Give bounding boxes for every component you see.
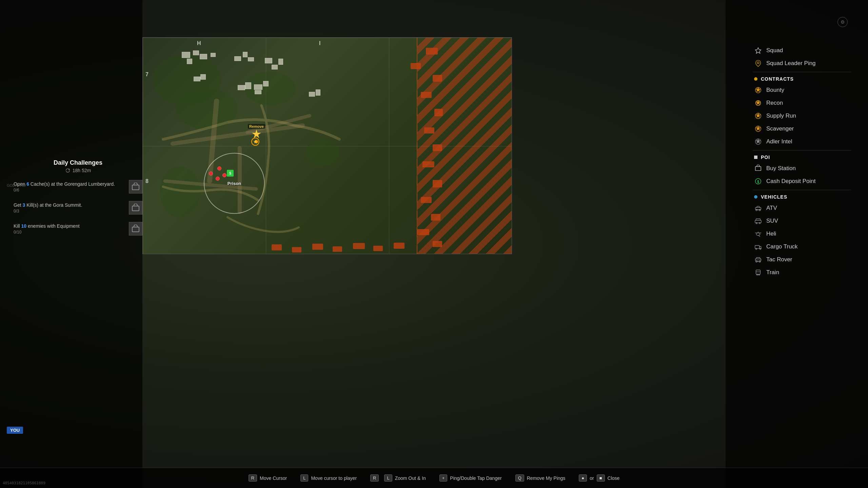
edge-marker-b7	[394, 243, 405, 249]
edge-marker-5	[434, 109, 443, 116]
legend-item-scavenger[interactable]: Scavenger	[753, 122, 851, 135]
svg-point-12	[756, 209, 757, 211]
label-ping: Ping/Double Tap Danger	[450, 475, 501, 481]
timer-value: 18h 52m	[73, 168, 91, 173]
challenge-3-content: Kill 10 enemies with Equipment 0/10	[14, 223, 125, 235]
legend-panel: Squad Squad Leader Ping CONTRACTS Bounty	[753, 44, 851, 279]
daily-challenges-panel: Daily Challenges 18h 52m Open 6 Cache(s)…	[14, 159, 142, 242]
resource-section: GODHAND	[7, 183, 26, 189]
key-move-to-player: L	[300, 474, 308, 482]
red-marker-2	[216, 177, 220, 181]
svg-rect-21	[755, 245, 760, 248]
edge-marker-b4	[333, 246, 342, 252]
red-marker-3	[222, 173, 226, 177]
tac-rover-icon	[754, 256, 762, 263]
edge-marker-b3	[312, 244, 323, 250]
building-20	[316, 89, 320, 96]
svg-rect-8	[755, 167, 761, 171]
label-or: or	[590, 475, 594, 481]
building-4	[211, 53, 216, 57]
legend-item-suv[interactable]: SUV	[753, 215, 851, 227]
bounty-label: Bounty	[766, 87, 784, 94]
suv-icon	[754, 217, 762, 225]
challenges-title: Daily Challenges	[14, 159, 142, 166]
challenge-2-before: Get	[14, 202, 22, 208]
terrain-patch-3	[244, 72, 295, 105]
challenge-3-after: enemies with Equipment	[26, 223, 79, 229]
svg-rect-14	[755, 220, 761, 223]
label-move-to-player: Move cursor to player	[311, 475, 357, 481]
vehicles-header-label: VEHICLES	[761, 194, 787, 200]
red-marker-1	[209, 171, 213, 176]
svg-text:$: $	[757, 180, 759, 184]
key-zoom-2: L	[384, 474, 392, 482]
building-17	[263, 81, 269, 86]
cargo-truck-label: Cargo Truck	[766, 243, 798, 250]
edge-marker-7	[433, 144, 442, 151]
grid-label-h: H	[197, 40, 201, 46]
terrain-patch-2	[177, 88, 238, 129]
cash-deposit-icon: $	[754, 178, 762, 185]
corner-settings-icon[interactable]: ⚙	[837, 17, 848, 27]
control-zoom: R L Zoom Out & In	[370, 474, 426, 482]
supply-run-label: Supply Run	[766, 113, 796, 119]
edge-marker-b6	[373, 246, 383, 251]
bottom-bar: R Move Cursor L Move cursor to player R …	[0, 468, 868, 488]
challenge-item-2: Get 3 Kill(s) at the Gora Summit. 0/3	[14, 200, 142, 216]
challenges-timer: 18h 52m	[14, 168, 142, 173]
edge-marker-11	[431, 214, 440, 221]
building-5	[187, 59, 192, 64]
challenge-3-highlight: 10	[21, 223, 27, 229]
divider-1	[753, 72, 851, 72]
legend-item-squad-leader-ping[interactable]: Squad Leader Ping	[753, 57, 851, 70]
building-7	[243, 52, 248, 57]
contracts-dot	[754, 77, 757, 81]
building-9	[265, 58, 272, 63]
legend-item-train[interactable]: Train	[753, 266, 851, 279]
building-3	[200, 54, 207, 59]
challenge-item-1: Open 6 Cache(s) at the Gorengard Lumbery…	[14, 179, 142, 195]
label-zoom: Zoom Out & In	[395, 475, 426, 481]
svg-point-17	[756, 233, 760, 235]
contracts-header-label: CONTRACTS	[761, 76, 794, 82]
legend-item-cargo-truck[interactable]: Cargo Truck	[753, 240, 851, 253]
control-move-cursor: R Move Cursor	[249, 474, 287, 482]
legend-item-heli[interactable]: Heli	[753, 227, 851, 240]
legend-item-recon[interactable]: Recon	[753, 97, 851, 109]
legend-item-squad[interactable]: Squad	[753, 44, 851, 57]
vehicles-header: VEHICLES	[753, 192, 851, 202]
supply-icon: $	[227, 170, 234, 177]
scavenger-icon	[754, 125, 762, 133]
building-12	[194, 77, 200, 81]
atv-label: ATV	[766, 205, 777, 211]
key-move-cursor: R	[249, 474, 257, 482]
legend-item-supply-run[interactable]: Supply Run	[753, 109, 851, 122]
train-icon	[754, 269, 762, 276]
legend-item-adler-intel[interactable]: Adler Intel	[753, 135, 851, 148]
challenge-3-progress: 0/10	[14, 230, 125, 235]
red-marker-4	[217, 166, 221, 170]
challenge-1-text: Open 6 Cache(s) at the Gorengard Lumbery…	[14, 181, 125, 188]
edge-marker-4	[421, 92, 432, 98]
squad-icon	[754, 47, 762, 54]
adler-intel-label: Adler Intel	[766, 138, 792, 145]
legend-item-bounty[interactable]: Bounty	[753, 84, 851, 97]
svg-rect-28	[756, 270, 761, 274]
challenge-2-progress: 0/3	[14, 209, 125, 214]
map-container[interactable]: H I 7 8 Prison	[142, 37, 512, 254]
building-10	[272, 65, 278, 69]
challenge-2-text: Get 3 Kill(s) at the Gora Summit.	[14, 202, 125, 209]
building-6	[234, 56, 241, 61]
legend-item-atv[interactable]: ATV	[753, 202, 851, 215]
building-18	[255, 90, 261, 94]
legend-item-tac-rover[interactable]: Tac Rover	[753, 253, 851, 266]
challenge-1-content: Open 6 Cache(s) at the Gorengard Lumbery…	[14, 181, 125, 192]
legend-item-cash-deposit[interactable]: $ Cash Deposit Point	[753, 175, 851, 188]
svg-point-15	[756, 223, 757, 224]
legend-item-buy-station[interactable]: Buy Station	[753, 162, 851, 175]
building-2	[193, 50, 199, 55]
resource-godhand: GODHAND	[7, 183, 26, 188]
edge-marker-b2	[292, 247, 301, 252]
challenge-1-highlight: 6	[26, 181, 29, 187]
building-13	[200, 74, 206, 80]
